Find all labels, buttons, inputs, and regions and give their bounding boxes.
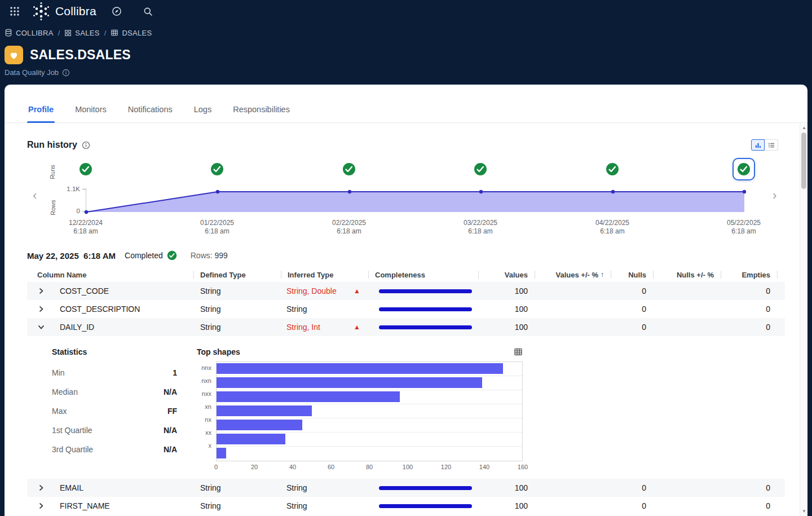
breadcrumb-dsales[interactable]: DSALES (111, 29, 152, 37)
tab-profile[interactable]: Profile (27, 105, 55, 122)
info-icon[interactable] (82, 141, 90, 149)
run-status-check-icon[interactable] (342, 162, 356, 176)
run-date-label: 12/22/20246:18 am (55, 219, 117, 236)
view-toggle (751, 139, 778, 151)
rows-area-chart (86, 188, 744, 214)
y-tick-max: 1.1K (48, 186, 80, 192)
header-inferred-type[interactable]: Inferred Type (281, 267, 368, 282)
stat-min: Min1 (52, 363, 177, 382)
run-status-check-icon[interactable] (606, 162, 619, 176)
completeness-bar (379, 325, 472, 329)
table-row[interactable]: COST_DESCRIPTION String String 100 0 0 (27, 300, 785, 318)
expand-chevron-icon[interactable] (37, 305, 46, 314)
shape-bar (217, 448, 226, 458)
defined-type-cell: String (193, 483, 281, 492)
header-nulls-pct[interactable]: Nulls +/- % (653, 267, 721, 282)
expand-chevron-icon[interactable] (37, 501, 46, 510)
list-view-toggle-icon[interactable] (765, 139, 778, 151)
compass-icon[interactable] (109, 3, 125, 19)
sort-ascending-icon[interactable]: ↑ (601, 271, 604, 279)
brand[interactable]: Collibra (30, 2, 96, 21)
completeness-cell (368, 289, 478, 293)
data-grid-icon[interactable] (514, 347, 523, 356)
column-detail-panel: Statistics Min1 MedianN/A MaxFF 1st Quar… (27, 336, 785, 479)
nulls-cell: 0 (611, 483, 653, 492)
stat-1st-quartile: 1st QuartileN/A (52, 421, 177, 440)
top-shapes-panel: Top shapes nnx nxn nxx xn nx xx (197, 343, 523, 479)
warning-icon[interactable]: ▲ (354, 324, 360, 330)
nulls-cell: 0 (611, 323, 653, 332)
collibra-logo-icon (30, 2, 52, 21)
search-icon[interactable] (140, 3, 156, 19)
apps-grid-icon[interactable] (7, 3, 23, 19)
completeness-cell (368, 486, 478, 490)
run-datetime: May 22, 2025 6:18 AM (27, 251, 116, 261)
tab-logs[interactable]: Logs (193, 105, 213, 122)
table-row[interactable]: COST_CODE String String, Double ▲ 100 0 … (27, 282, 785, 300)
scroll-up-icon[interactable]: ▲ (800, 124, 807, 131)
runs-axis-label: Runs (49, 165, 56, 179)
page-title: SALES.DSALES (30, 47, 131, 63)
header-defined-type[interactable]: Defined Type (193, 267, 281, 282)
expand-chevron-icon[interactable] (37, 483, 46, 492)
x-tick-label: 120 (441, 464, 451, 470)
topbar: Collibra (0, 0, 812, 23)
breadcrumb-label: COLLIBRA (16, 29, 54, 37)
breadcrumb-collibra[interactable]: COLLIBRA (5, 29, 54, 37)
data-quality-badge-icon (5, 46, 23, 64)
table-row[interactable]: FIRST_NAME String String 100 0 0 (27, 497, 785, 515)
header-nulls[interactable]: Nulls (611, 267, 653, 282)
header-values[interactable]: Values (478, 267, 535, 282)
chevron-right-icon[interactable]: › (773, 189, 776, 202)
selected-run[interactable] (732, 158, 755, 180)
empties-cell: 0 (721, 501, 777, 510)
vertical-scrollbar[interactable]: ▲ ▼ (800, 124, 807, 516)
expand-chevron-icon[interactable] (37, 286, 46, 296)
warning-icon[interactable]: ▲ (354, 288, 360, 294)
shape-category-label: nnx (197, 361, 211, 374)
table-row-expanded[interactable]: DAILY_ID String String, Int ▲ 100 0 0 (27, 318, 785, 336)
completeness-cell (368, 307, 478, 311)
tab-monitors[interactable]: Monitors (74, 105, 108, 122)
x-tick-label: 0 (214, 464, 218, 470)
values-cell: 100 (478, 305, 535, 314)
run-status-check-icon[interactable] (474, 162, 487, 176)
completeness-cell (368, 325, 478, 329)
top-shapes-chart: nnx nxn nxx xn nx xx x (197, 361, 523, 461)
shape-category-label: xx (197, 426, 211, 439)
scroll-down-icon[interactable]: ▼ (800, 507, 807, 515)
chevron-left-icon[interactable]: ‹ (33, 189, 37, 202)
empties-cell: 0 (721, 286, 777, 296)
run-status-check-icon[interactable] (210, 162, 224, 176)
header-empties[interactable]: Empties (721, 267, 777, 282)
shape-bar (217, 363, 503, 374)
scrollbar-thumb[interactable] (801, 133, 806, 189)
breadcrumb-sales[interactable]: SALES (64, 29, 99, 37)
values-cell: 100 (478, 323, 535, 332)
shape-bar (217, 377, 482, 388)
breadcrumb-label: DSALES (122, 29, 152, 37)
tab-notifications[interactable]: Notifications (127, 105, 174, 122)
x-tick-label: 140 (479, 464, 489, 470)
shape-category-label: nx (197, 413, 211, 426)
content-card: Profile Monitors Notifications Logs Resp… (5, 85, 807, 516)
empties-cell: 0 (721, 483, 777, 492)
empties-cell: 0 (721, 323, 777, 332)
x-tick-label: 160 (518, 464, 528, 470)
header-column-name[interactable]: Column Name (27, 267, 193, 282)
tab-responsibilities[interactable]: Responsibilities (232, 105, 291, 122)
run-history-chart: ‹ › Runs Rows 1.1K 0 (27, 157, 785, 241)
collapse-chevron-icon[interactable] (37, 323, 46, 332)
app-header: Collibra COLLIBRA / (0, 0, 812, 85)
header-values-pct[interactable]: Values +/- % ↑ (535, 267, 611, 282)
header-completeness[interactable]: Completeness (368, 267, 478, 282)
shape-bar (217, 405, 312, 416)
chart-view-toggle-icon[interactable] (751, 139, 765, 151)
run-status: Completed (125, 250, 177, 261)
statistics-panel: Statistics Min1 MedianN/A MaxFF 1st Quar… (52, 343, 177, 479)
info-icon[interactable] (62, 69, 70, 77)
table-row[interactable]: EMAIL String String 100 0 0 (27, 479, 785, 497)
completeness-bar (379, 486, 472, 490)
run-status-check-icon[interactable] (79, 162, 92, 176)
tab-bar: Profile Monitors Notifications Logs Resp… (5, 85, 807, 123)
